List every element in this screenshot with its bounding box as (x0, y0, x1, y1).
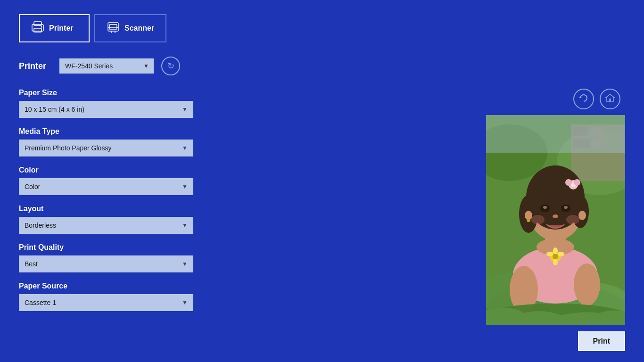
rotate-icon (578, 93, 589, 106)
rotate-button[interactable] (573, 89, 594, 109)
svg-point-49 (553, 247, 558, 254)
svg-point-35 (564, 206, 568, 209)
left-panel: Paper Size 10 x 15 cm (4 x 6 in) A4 Lett… (19, 89, 255, 351)
print-quality-group: Print Quality Best Normal Draft ▼ (19, 243, 255, 272)
layout-select[interactable]: Borderless With Border Full Page (19, 217, 193, 234)
printer-tab-label: Printer (49, 24, 74, 33)
main-content: Paper Size 10 x 15 cm (4 x 6 in) A4 Lett… (19, 89, 625, 351)
printer-section-label: Printer (19, 61, 52, 71)
print-button[interactable]: Print (578, 331, 625, 351)
paper-size-select[interactable]: 10 x 15 cm (4 x 6 in) A4 Letter 5 x 7 in (19, 101, 193, 118)
svg-point-37 (531, 215, 545, 224)
svg-point-46 (553, 254, 558, 259)
printer-row: Printer WF-2540 Series WF-3640 Series ET… (19, 57, 625, 75)
svg-point-34 (543, 206, 547, 209)
svg-point-41 (527, 218, 530, 222)
media-type-select-wrapper: Premium Photo Paper Glossy Plain Paper M… (19, 140, 193, 156)
print-quality-select[interactable]: Best Normal Draft (19, 255, 193, 272)
svg-point-36 (553, 214, 558, 218)
refresh-button[interactable]: ↻ (161, 57, 180, 75)
tab-bar: Printer Scanner (19, 14, 625, 42)
paper-size-select-wrapper: 10 x 15 cm (4 x 6 in) A4 Letter 5 x 7 in… (19, 101, 193, 118)
paper-source-group: Paper Source Cassette 1 Cassette 2 Rear … (19, 282, 255, 311)
preview-actions (573, 89, 620, 109)
color-group: Color Color Black/White Grayscale ▼ (19, 166, 255, 195)
paper-source-select-wrapper: Cassette 1 Cassette 2 Rear Tray ▼ (19, 294, 193, 311)
home-button[interactable] (600, 89, 620, 109)
tab-scanner[interactable]: Scanner (94, 14, 166, 42)
paper-source-select[interactable]: Cassette 1 Cassette 2 Rear Tray (19, 294, 193, 311)
printer-select-wrapper: WF-2540 Series WF-3640 Series ET-4760 Se… (59, 58, 154, 74)
refresh-icon: ↻ (167, 61, 174, 71)
layout-group: Layout Borderless With Border Full Page … (19, 205, 255, 234)
layout-label: Layout (19, 205, 255, 213)
svg-marker-9 (579, 96, 582, 98)
svg-rect-2 (34, 28, 41, 32)
svg-rect-5 (109, 25, 117, 29)
svg-point-38 (566, 215, 579, 224)
svg-point-50 (553, 259, 558, 265)
print-quality-label: Print Quality (19, 243, 255, 252)
layout-select-wrapper: Borderless With Border Full Page ▼ (19, 217, 193, 234)
media-type-select[interactable]: Premium Photo Paper Glossy Plain Paper M… (19, 140, 193, 156)
color-select[interactable]: Color Black/White Grayscale (19, 178, 193, 195)
app-container: Printer Scanner Printer WF-2540 Series W… (0, 0, 644, 362)
media-type-label: Media Type (19, 127, 255, 136)
right-panel: Print (273, 89, 625, 351)
printer-select[interactable]: WF-2540 Series WF-3640 Series ET-4760 Se… (59, 58, 154, 74)
paper-source-label: Paper Source (19, 282, 255, 290)
printer-tab-icon (31, 21, 44, 36)
color-select-wrapper: Color Black/White Grayscale ▼ (19, 178, 193, 195)
svg-point-47 (546, 252, 553, 256)
svg-point-43 (574, 263, 600, 306)
paper-size-group: Paper Size 10 x 15 cm (4 x 6 in) A4 Lett… (19, 89, 255, 118)
photo-preview (486, 115, 625, 325)
tab-printer[interactable]: Printer (19, 14, 90, 42)
svg-point-40 (578, 211, 586, 220)
paper-size-label: Paper Size (19, 89, 255, 97)
svg-point-31 (574, 179, 580, 186)
svg-point-30 (565, 179, 572, 186)
svg-rect-1 (34, 22, 41, 25)
print-quality-select-wrapper: Best Normal Draft ▼ (19, 255, 193, 272)
media-type-group: Media Type Premium Photo Paper Glossy Pl… (19, 127, 255, 156)
scanner-tab-label: Scanner (124, 24, 154, 33)
svg-rect-21 (486, 115, 625, 153)
svg-point-3 (41, 26, 42, 28)
color-label: Color (19, 166, 255, 174)
scanner-tab-icon (107, 21, 120, 36)
svg-point-48 (558, 252, 564, 256)
home-icon (605, 93, 615, 106)
